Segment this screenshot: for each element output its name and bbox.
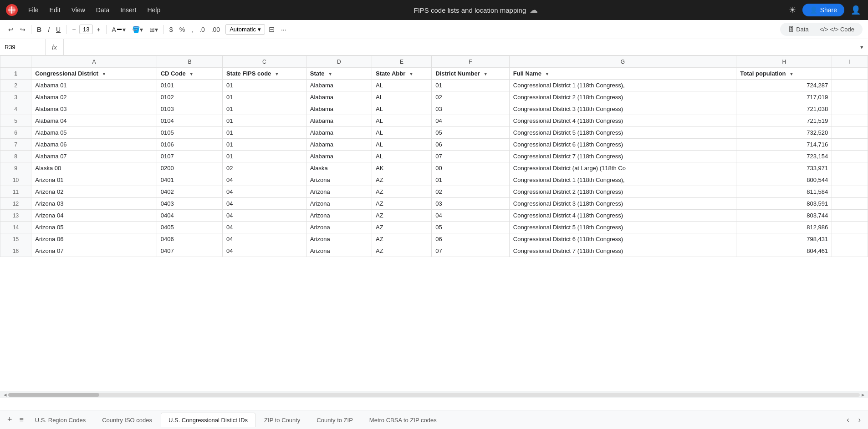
scroll-right-btn[interactable]: ▸ — [860, 391, 866, 398]
cell-h13[interactable]: 803,744 — [736, 210, 832, 222]
decrease-decimal-btn[interactable]: .0 — [197, 24, 208, 35]
cell-d10[interactable]: Arizona — [306, 174, 372, 186]
cell-c3[interactable]: 01 — [223, 91, 306, 103]
cell-e13[interactable]: AZ — [372, 210, 432, 222]
cell-a9[interactable]: Alaska 00 — [31, 162, 157, 174]
cell-f9[interactable]: 00 — [432, 162, 510, 174]
cell-h4[interactable]: 721,038 — [736, 103, 832, 115]
cell-g11[interactable]: Congressional District 2 (118th Congress… — [509, 186, 736, 198]
cell-e12[interactable]: AZ — [372, 198, 432, 210]
cell-b12[interactable]: 0403 — [157, 198, 222, 210]
cell-b15[interactable]: 0406 — [157, 233, 222, 245]
tab-zip-to-county[interactable]: ZIP to County — [256, 413, 308, 427]
cell-h9[interactable]: 733,971 — [736, 162, 832, 174]
cell-e9[interactable]: AK — [372, 162, 432, 174]
filter-icon-f1[interactable]: ▼ — [483, 71, 488, 76]
cell-g14[interactable]: Congressional District 5 (118th Congress… — [509, 222, 736, 233]
cell-b8[interactable]: 0107 — [157, 151, 222, 162]
cell-f16[interactable]: 07 — [432, 245, 510, 257]
cell-f6[interactable]: 05 — [432, 127, 510, 139]
redo-button[interactable]: ↪ — [17, 24, 28, 35]
tab-us-congressional-ids[interactable]: U.S. Congressional Distict IDs — [161, 413, 255, 427]
menu-file[interactable]: File — [24, 5, 43, 15]
col-header-e[interactable]: E — [372, 56, 432, 68]
grid-scroll-area[interactable]: A B C D E F G H I 1 Congressional Distri… — [0, 56, 868, 391]
cell-d4[interactable]: Alabama — [306, 103, 372, 115]
cell-e10[interactable]: AZ — [372, 174, 432, 186]
formula-bar[interactable] — [64, 44, 856, 50]
brightness-icon[interactable]: ☀ — [787, 3, 798, 17]
cell-g3[interactable]: Congressional District 2 (118th Congress… — [509, 91, 736, 103]
horizontal-scrollbar[interactable]: ◂ ▸ — [0, 391, 868, 398]
cell-e5[interactable]: AL — [372, 115, 432, 127]
cell-c15[interactable]: 04 — [223, 233, 306, 245]
font-size-input[interactable] — [79, 25, 93, 34]
app-logo[interactable] — [5, 4, 18, 16]
cell-i8[interactable] — [832, 151, 868, 162]
cell-g12[interactable]: Congressional District 3 (118th Congress… — [509, 198, 736, 210]
decrease-font-btn[interactable]: − — [69, 24, 78, 35]
italic-button[interactable]: I — [45, 24, 52, 35]
cell-i15[interactable] — [832, 233, 868, 245]
cell-f11[interactable]: 02 — [432, 186, 510, 198]
tab-metro-cbsa[interactable]: Metro CBSA to ZIP codes — [362, 413, 444, 427]
underline-button[interactable]: U — [53, 24, 63, 35]
cell-e8[interactable]: AL — [372, 151, 432, 162]
cell-c7[interactable]: 01 — [223, 139, 306, 151]
cell-e2[interactable]: AL — [372, 80, 432, 91]
scrollbar-thumb[interactable] — [8, 393, 99, 397]
cell-d1[interactable]: State ▼ — [306, 68, 372, 80]
col-header-g[interactable]: G — [509, 56, 736, 68]
cell-c13[interactable]: 04 — [223, 210, 306, 222]
more-options-button[interactable]: ··· — [278, 24, 289, 35]
currency-button[interactable]: $ — [167, 24, 176, 35]
cell-f2[interactable]: 01 — [432, 80, 510, 91]
cell-i3[interactable] — [832, 91, 868, 103]
cell-c4[interactable]: 01 — [223, 103, 306, 115]
cell-reference-input[interactable] — [0, 39, 46, 55]
filter-icon-g1[interactable]: ▼ — [545, 71, 550, 76]
cell-f3[interactable]: 02 — [432, 91, 510, 103]
cell-b1[interactable]: CD Code ▼ — [157, 68, 222, 80]
cell-c14[interactable]: 04 — [223, 222, 306, 233]
menu-edit[interactable]: Edit — [45, 5, 65, 15]
cell-d8[interactable]: Alabama — [306, 151, 372, 162]
cell-i2[interactable] — [832, 80, 868, 91]
cell-f4[interactable]: 03 — [432, 103, 510, 115]
cell-d14[interactable]: Arizona — [306, 222, 372, 233]
cell-g15[interactable]: Congressional District 6 (118th Congress… — [509, 233, 736, 245]
cell-h6[interactable]: 732,520 — [736, 127, 832, 139]
cell-e6[interactable]: AL — [372, 127, 432, 139]
cell-a10[interactable]: Arizona 01 — [31, 174, 157, 186]
undo-button[interactable]: ↩ — [5, 24, 16, 35]
cell-f7[interactable]: 06 — [432, 139, 510, 151]
cell-f1[interactable]: District Number ▼ — [432, 68, 510, 80]
cell-e14[interactable]: AZ — [372, 222, 432, 233]
cell-e4[interactable]: AL — [372, 103, 432, 115]
cell-g13[interactable]: Congressional District 4 (118th Congress… — [509, 210, 736, 222]
cell-d9[interactable]: Alaska — [306, 162, 372, 174]
cell-b9[interactable]: 0200 — [157, 162, 222, 174]
cell-b7[interactable]: 0106 — [157, 139, 222, 151]
cell-i12[interactable] — [832, 198, 868, 210]
cell-d7[interactable]: Alabama — [306, 139, 372, 151]
account-icon[interactable]: 👤 — [849, 3, 863, 17]
format-dropdown[interactable]: Automatic ▾ — [225, 24, 265, 35]
cell-f5[interactable]: 04 — [432, 115, 510, 127]
cell-c10[interactable]: 04 — [223, 174, 306, 186]
scrollbar-track[interactable] — [8, 393, 860, 397]
menu-view[interactable]: View — [67, 5, 90, 15]
cell-i13[interactable] — [832, 210, 868, 222]
cell-h2[interactable]: 724,287 — [736, 80, 832, 91]
sheet-menu-button[interactable]: ≡ — [16, 414, 27, 426]
cell-f8[interactable]: 07 — [432, 151, 510, 162]
cell-b10[interactable]: 0401 — [157, 174, 222, 186]
expand-icon[interactable]: ▾ — [856, 44, 868, 50]
cell-a4[interactable]: Alabama 03 — [31, 103, 157, 115]
cell-a11[interactable]: Arizona 02 — [31, 186, 157, 198]
cell-h7[interactable]: 714,716 — [736, 139, 832, 151]
cell-i10[interactable] — [832, 174, 868, 186]
cell-a3[interactable]: Alabama 02 — [31, 91, 157, 103]
cell-i5[interactable] — [832, 115, 868, 127]
cell-a6[interactable]: Alabama 05 — [31, 127, 157, 139]
